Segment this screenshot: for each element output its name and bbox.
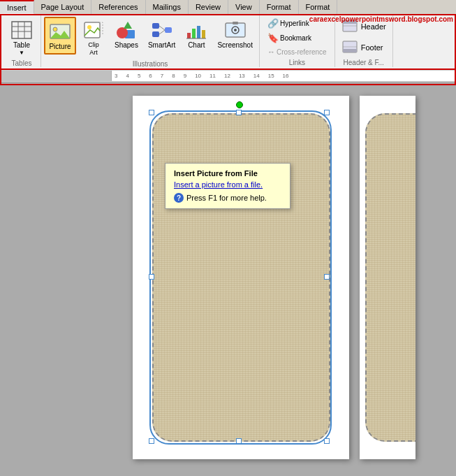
tab-view-label: View: [235, 3, 252, 11]
hyperlink-label: Hyperlink: [280, 20, 309, 27]
handle-bottom-middle[interactable]: [236, 438, 242, 444]
svg-line-16: [159, 30, 165, 34]
table-icon: [10, 19, 33, 41]
ribbon-group-tables-items: Table ▼: [6, 17, 38, 58]
footer-label: Footer: [361, 43, 383, 52]
bookmark-button[interactable]: 🔖 Bookmark: [263, 31, 316, 45]
help-icon: ?: [174, 193, 184, 203]
screenshot-button[interactable]: Screenshot: [214, 17, 256, 52]
illustrations-group-label: Illustrations: [133, 59, 168, 68]
tab-view[interactable]: View: [228, 0, 260, 14]
tab-review[interactable]: Review: [189, 0, 228, 14]
chart-icon: [185, 19, 207, 41]
screenshot-label: Screenshot: [217, 41, 253, 50]
svg-rect-19: [197, 26, 200, 38]
tab-references[interactable]: References: [91, 0, 145, 14]
clip-art-icon: [82, 19, 105, 41]
rotate-handle[interactable]: [236, 101, 243, 108]
tab-insert[interactable]: Insert: [0, 0, 34, 14]
handle-bottom-left[interactable]: [149, 438, 154, 444]
tab-format-2[interactable]: Format: [299, 0, 338, 14]
svg-rect-13: [152, 31, 159, 37]
tab-format-1-label: Format: [267, 3, 291, 11]
footer-button[interactable]: Footer: [338, 38, 387, 57]
table-button[interactable]: Table ▼: [6, 17, 38, 58]
clip-art-button[interactable]: ClipArt: [79, 17, 108, 59]
svg-point-8: [87, 25, 91, 29]
clip-art-label: ClipArt: [88, 41, 99, 57]
tab-format-2-label: Format: [306, 3, 330, 11]
ribbon-group-links: 🔗 Hyperlink 🔖 Bookmark ↔ Cross-reference…: [260, 15, 335, 67]
document-page: [133, 96, 349, 459]
left-sidebar: [0, 82, 112, 476]
image-texture-right: [367, 115, 415, 440]
document-area: Insert Picture from File Insert a pictur…: [112, 82, 456, 476]
ribbon: Table ▼ Tables Picture: [0, 14, 456, 71]
bookmark-icon: 🔖: [267, 33, 279, 43]
tooltip-link[interactable]: Insert a picture from a file.: [174, 180, 281, 189]
svg-point-6: [53, 27, 57, 31]
svg-rect-30: [343, 49, 357, 52]
handle-middle-right[interactable]: [324, 274, 330, 280]
chart-button[interactable]: Chart: [182, 17, 211, 52]
tab-mailings[interactable]: Mailings: [146, 0, 189, 14]
tab-references-label: References: [98, 3, 138, 11]
ribbon-group-illustrations: Picture ClipArt: [41, 15, 260, 67]
smartart-button[interactable]: SmartArt: [145, 17, 179, 52]
tooltip-help-text: Press F1 for more help.: [186, 194, 267, 202]
footer-icon: [341, 40, 358, 55]
header-label: Header: [361, 22, 386, 31]
bookmark-label: Bookmark: [280, 34, 311, 42]
picture-label: Picture: [49, 43, 71, 51]
document-page-right: [360, 96, 415, 459]
smartart-label: SmartArt: [148, 41, 175, 50]
svg-rect-12: [152, 23, 159, 29]
inserted-image-right: [365, 113, 415, 442]
tooltip-title: Insert Picture from File: [174, 169, 281, 178]
handle-top-middle[interactable]: [236, 110, 242, 115]
ribbon-group-header-footer: Header Footer Header & F...: [335, 15, 393, 67]
tab-insert-label: Insert: [7, 3, 27, 12]
brand-text: caraexcelpowerpointmsword.blogspot.com: [309, 15, 453, 23]
tab-bar: Insert Page Layout References Mailings R…: [0, 0, 456, 14]
tab-review-label: Review: [196, 3, 221, 11]
svg-rect-0: [12, 22, 31, 38]
hyperlink-button[interactable]: 🔗 Hyperlink: [263, 17, 314, 30]
svg-rect-17: [187, 33, 191, 38]
svg-point-24: [234, 29, 237, 31]
cross-reference-label: Cross-reference: [277, 48, 327, 56]
tab-page-layout[interactable]: Page Layout: [34, 0, 92, 14]
picture-button[interactable]: Picture: [44, 17, 76, 55]
svg-marker-11: [124, 22, 132, 29]
svg-point-10: [117, 27, 128, 38]
tab-mailings-label: Mailings: [153, 3, 181, 11]
ruler: 3 4 5 6 7 8 9 10 11 12 13 14 15 16: [0, 71, 456, 82]
handle-bottom-right[interactable]: [324, 438, 330, 444]
hyperlink-icon: 🔗: [267, 18, 279, 29]
links-group-label: Links: [289, 57, 305, 66]
ruler-marks: 3 4 5 6 7 8 9 10 11 12 13 14 15 16: [115, 73, 453, 79]
svg-rect-20: [202, 30, 205, 38]
tooltip-help-row: ? Press F1 for more help.: [174, 193, 281, 203]
table-label: Table: [13, 41, 30, 50]
tab-format-1[interactable]: Format: [260, 0, 299, 14]
svg-rect-18: [192, 29, 196, 38]
header-footer-group-label: Header & F...: [344, 57, 384, 66]
screenshot-icon: [224, 19, 247, 41]
handle-top-left[interactable]: [149, 110, 154, 115]
cross-reference-button[interactable]: ↔ Cross-reference: [263, 46, 332, 57]
svg-rect-14: [165, 27, 172, 33]
smartart-icon: [151, 19, 173, 41]
tab-page-layout-label: Page Layout: [41, 3, 84, 11]
svg-rect-7: [84, 22, 100, 38]
chart-label: Chart: [188, 41, 205, 50]
main-area: Insert Picture from File Insert a pictur…: [0, 82, 456, 476]
shapes-label: Shapes: [115, 41, 138, 50]
handle-top-right[interactable]: [324, 110, 330, 115]
picture-icon: [49, 20, 71, 43]
svg-line-15: [159, 26, 165, 30]
ribbon-group-tables: Table ▼ Tables: [3, 15, 41, 67]
svg-rect-25: [233, 22, 238, 24]
shapes-button[interactable]: Shapes: [111, 17, 142, 52]
handle-middle-left[interactable]: [149, 274, 154, 280]
